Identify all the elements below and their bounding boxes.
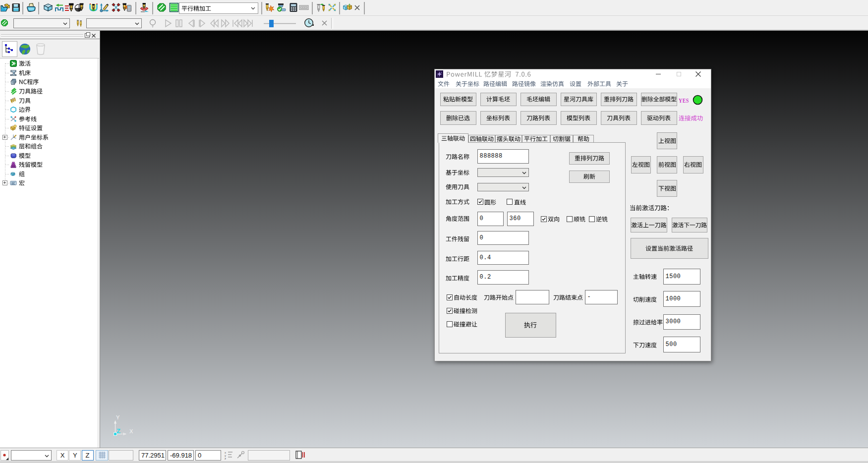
svg-text:z: z (225, 457, 226, 460)
svg-text:X: X (129, 428, 133, 434)
svg-text:Y: Y (116, 414, 120, 420)
svg-text:Z: Z (116, 427, 120, 435)
